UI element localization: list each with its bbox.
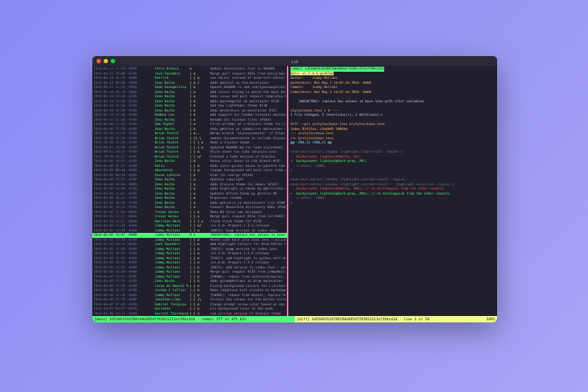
status-left: [main] 1d5340f610788f04e08547763811211ef…	[92, 316, 295, 322]
titlebar[interactable]: ssh	[92, 56, 497, 66]
log-list[interactable]: 2016-05-17 11:28 -0600Chris BrancaoUpdat…	[92, 66, 287, 316]
git-log-panel[interactable]: 2016-05-17 11:28 -0600Chris BrancaoUpdat…	[92, 66, 287, 316]
status-bar: [main] 1d5340f610788f04e08547763811211ef…	[92, 316, 497, 322]
window-title: ssh	[92, 59, 497, 64]
terminal-window: ssh 2016-05-17 11:28 -0600Chris BrancaoU…	[92, 56, 497, 322]
content-area: 2016-05-17 11:28 -0600Chris BrancaoUpdat…	[92, 66, 497, 316]
status-right-text: [diff] 1d5340f610788f04e08547763811211ef…	[297, 316, 430, 322]
status-right: [diff] 1d5340f610788f04e08547763811211ef…	[295, 316, 497, 322]
diff-content: commit 1d5340f610788f04e08547763811211ef…	[290, 67, 495, 205]
diff-panel[interactable]: commit 1d5340f610788f04e08547763811211ef…	[287, 66, 497, 316]
status-right-pct: 100%	[486, 316, 495, 322]
